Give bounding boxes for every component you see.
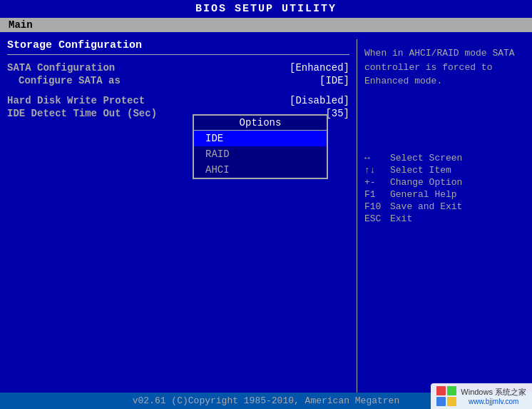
bios-screen: BIOS SETUP UTILITY Main Storage Configur… bbox=[0, 0, 532, 409]
watermark-line1: Windows 系统之家 bbox=[461, 387, 526, 397]
key-sym-item: ↑↓ bbox=[364, 165, 390, 176]
footer-text: v02.61 (C)Copyright 1985-2010, American … bbox=[133, 395, 399, 406]
watermark: Windows 系统之家 www.bjjmlv.com bbox=[431, 383, 532, 409]
key-row-save: F10 Save and Exit bbox=[364, 201, 525, 212]
win-quad-blue bbox=[436, 397, 446, 406]
win-quad-yellow bbox=[447, 397, 456, 406]
help-text: When in AHCI/RAID mode SATA controller i… bbox=[364, 46, 525, 89]
key-sym-save: F10 bbox=[364, 201, 390, 212]
ide-detect-label: IDE Detect Time Out (Sec) bbox=[7, 108, 157, 119]
options-dropdown[interactable]: Options IDE RAID AHCI bbox=[193, 114, 328, 179]
key-desc-save: Save and Exit bbox=[390, 201, 462, 212]
footer: v02.61 (C)Copyright 1985-2010, American … bbox=[0, 393, 532, 409]
title-text: BIOS SETUP UTILITY bbox=[195, 3, 337, 15]
windows-icon bbox=[436, 386, 456, 406]
key-sym-exit: ESC bbox=[364, 213, 390, 224]
watermark-line2: www.bjjmlv.com bbox=[461, 398, 526, 405]
key-sym-help: F1 bbox=[364, 189, 390, 200]
key-sym-screen: ↔ bbox=[364, 153, 390, 163]
key-desc-change: Change Option bbox=[390, 177, 462, 188]
configure-sata-row: Configure SATA as [IDE] bbox=[7, 75, 349, 86]
key-help: ↔ Select Screen ↑↓ Select Item +- Change… bbox=[364, 153, 525, 224]
hd-write-protect-label: Hard Disk Write Protect bbox=[7, 95, 145, 106]
key-row-exit: ESC Exit bbox=[364, 213, 525, 224]
main-content: Storage Configuration SATA Configuration… bbox=[0, 32, 532, 393]
hd-write-protect-value: [Disabled] bbox=[290, 95, 349, 106]
title-bar: BIOS SETUP UTILITY bbox=[0, 0, 532, 18]
key-row-item: ↑↓ Select Item bbox=[364, 165, 525, 176]
key-desc-exit: Exit bbox=[390, 213, 412, 224]
key-row-screen: ↔ Select Screen bbox=[364, 153, 525, 163]
key-desc-help: General Help bbox=[390, 189, 457, 200]
key-desc-screen: Select Screen bbox=[390, 153, 462, 163]
left-panel: Storage Configuration SATA Configuration… bbox=[0, 39, 357, 393]
option-ide[interactable]: IDE bbox=[194, 131, 327, 146]
options-title: Options bbox=[194, 116, 327, 131]
watermark-text-block: Windows 系统之家 www.bjjmlv.com bbox=[461, 387, 526, 405]
divider bbox=[7, 54, 349, 55]
win-quad-red bbox=[436, 386, 446, 395]
section-title: Storage Configuration bbox=[7, 39, 349, 51]
sata-config-value: [Enhanced] bbox=[290, 62, 349, 74]
key-row-help: F1 General Help bbox=[364, 189, 525, 200]
sata-config-row: SATA Configuration [Enhanced] bbox=[7, 62, 349, 74]
tab-bar[interactable]: Main bbox=[0, 18, 532, 32]
option-raid[interactable]: RAID bbox=[194, 146, 327, 162]
key-sym-change: +- bbox=[364, 177, 390, 188]
ide-detect-value: [35] bbox=[325, 108, 349, 119]
configure-sata-label: Configure SATA as bbox=[7, 75, 121, 86]
key-row-change: +- Change Option bbox=[364, 177, 525, 188]
right-panel: When in AHCI/RAID mode SATA controller i… bbox=[357, 39, 532, 393]
sata-config-label: SATA Configuration bbox=[7, 62, 115, 74]
option-ahci[interactable]: AHCI bbox=[194, 162, 327, 178]
win-quad-green bbox=[447, 386, 456, 395]
configure-sata-value: [IDE] bbox=[319, 75, 349, 86]
key-desc-item: Select Item bbox=[390, 165, 451, 176]
hd-write-protect-row: Hard Disk Write Protect [Disabled] bbox=[7, 95, 349, 106]
tab-main[interactable]: Main bbox=[0, 18, 41, 32]
